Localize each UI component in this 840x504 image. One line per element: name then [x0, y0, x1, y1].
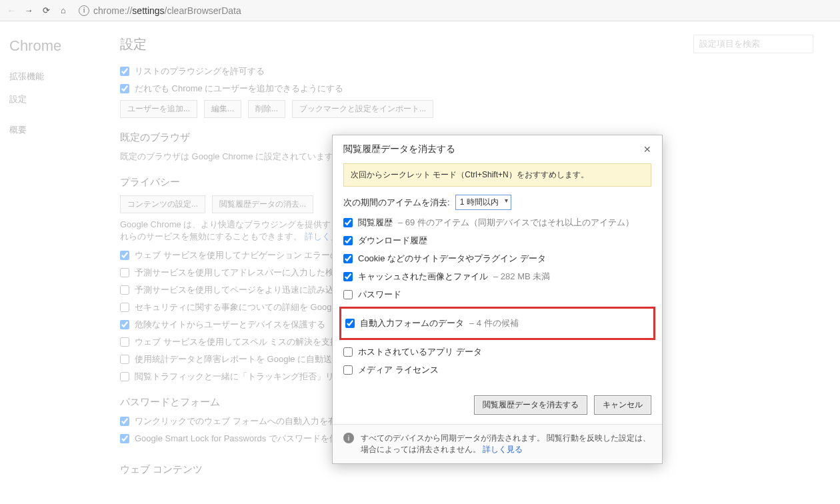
clear-data-item: ホストされているアプリ データ: [343, 346, 651, 358]
clear-data-checkbox[interactable]: [343, 254, 353, 263]
clear-data-item: パスワード: [343, 289, 651, 301]
clear-data-checkbox[interactable]: [343, 272, 353, 281]
clear-data-item-label: キャッシュされた画像とファイル: [358, 271, 488, 283]
clear-data-checkbox[interactable]: [343, 218, 353, 227]
clear-data-checkbox[interactable]: [343, 290, 353, 299]
clear-data-item: 自動入力フォームのデータ – 4 件の候補: [345, 317, 649, 329]
dialog-footer: i すべてのデバイスから同期データが消去されます。 閲覧行動を反映した設定は、場…: [333, 424, 662, 463]
dialog-title: 閲覧履歴データを消去する: [343, 143, 455, 155]
footer-learn-more-link[interactable]: 詳しく見る: [483, 445, 523, 454]
cancel-button[interactable]: キャンセル: [594, 395, 651, 415]
clear-data-dialog: 閲覧履歴データを消去する ✕ 次回からシークレット モード（Ctrl+Shift…: [332, 135, 663, 464]
reload-icon[interactable]: ⟳: [40, 5, 52, 17]
back-icon[interactable]: ←: [5, 5, 17, 17]
close-icon[interactable]: ✕: [643, 144, 651, 155]
clear-data-checkbox[interactable]: [343, 365, 353, 375]
period-label: 次の期間のアイテムを消去:: [343, 197, 450, 209]
clear-data-checkbox[interactable]: [343, 236, 353, 245]
clear-data-checkbox[interactable]: [343, 347, 353, 357]
clear-data-item: 閲覧履歴 – 69 件のアイテム（同期デバイスではそれ以上のアイテム）: [343, 217, 651, 229]
incognito-tip: 次回からシークレット モード（Ctrl+Shift+N）をおすすめします。: [343, 163, 651, 187]
browser-toolbar: ← → ⟳ ⌂ i chrome://settings/clearBrowser…: [0, 0, 840, 21]
home-icon[interactable]: ⌂: [57, 5, 69, 17]
clear-data-item: メディア ライセンス: [343, 364, 651, 376]
info-icon: i: [343, 433, 354, 443]
clear-data-item-label: Cookie などのサイトデータやプラグイン データ: [358, 253, 546, 265]
period-select[interactable]: 1 時間以内: [455, 195, 511, 210]
clear-data-item-label: 閲覧履歴: [358, 217, 393, 229]
forward-icon[interactable]: →: [23, 5, 35, 17]
clear-data-checkbox[interactable]: [345, 319, 355, 328]
clear-data-item-label: メディア ライセンス: [358, 364, 439, 376]
clear-data-item: Cookie などのサイトデータやプラグイン データ: [343, 253, 651, 265]
info-icon[interactable]: i: [79, 5, 89, 16]
url-text: chrome://settings/clearBrowserData: [93, 5, 241, 16]
url-bar[interactable]: i chrome://settings/clearBrowserData: [75, 5, 835, 16]
clear-data-item-label: 自動入力フォームのデータ: [360, 317, 464, 329]
clear-data-item-label: パスワード: [358, 289, 401, 301]
clear-data-item-label: ダウンロード履歴: [358, 235, 427, 247]
clear-data-item-extra: – 282 MB 未満: [493, 271, 550, 283]
clear-data-item: ダウンロード履歴: [343, 235, 651, 247]
clear-button[interactable]: 閲覧履歴データを消去する: [474, 395, 587, 415]
clear-data-item-label: ホストされているアプリ データ: [358, 346, 482, 358]
clear-data-item-extra: – 4 件の候補: [469, 317, 519, 329]
clear-data-item-extra: – 69 件のアイテム（同期デバイスではそれ以上のアイテム）: [398, 217, 634, 229]
clear-data-item: キャッシュされた画像とファイル – 282 MB 未満: [343, 271, 651, 283]
